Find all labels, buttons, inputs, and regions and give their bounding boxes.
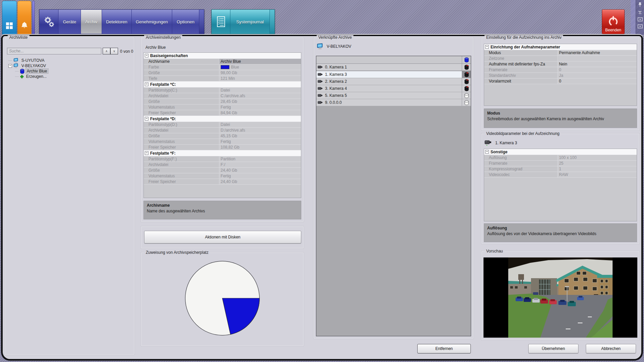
property-group-header[interactable]: Festplatte *C: — [144, 81, 301, 87]
property-row[interactable]: Freier Speicher24,40 Gb — [144, 179, 301, 185]
archive-settings-subtitle: Archiv Blue — [145, 45, 166, 50]
property-row[interactable]: Freier Speicher108,82 Gb — [144, 145, 301, 150]
property-row[interactable]: ArchivdateiF:/ — [144, 162, 301, 168]
property-row[interactable]: Auflösung100 x 100 — [484, 155, 637, 161]
tab-archiv[interactable]: Archiv — [81, 10, 102, 34]
alarm-tile-button[interactable] — [17, 1, 31, 34]
apps-tile-button[interactable] — [2, 1, 17, 34]
monitor-layout2-icon[interactable] — [638, 24, 643, 28]
property-row[interactable]: Freier Speicher84,94 Gb — [144, 110, 301, 116]
settings-gears-button[interactable] — [39, 10, 59, 34]
property-value-text: 0 — [559, 79, 561, 83]
grid-filler — [144, 185, 301, 198]
collapse-icon[interactable] — [485, 150, 489, 154]
camera-archive-state[interactable] — [462, 85, 471, 92]
camera-list: 0. Kamera 11. Kamera 32. Kamera 23. Kame… — [316, 56, 471, 336]
monitor-layout-icon[interactable] — [638, 17, 643, 21]
property-row[interactable]: StandardarchivJa — [484, 73, 637, 78]
property-label: Archivdatei — [144, 162, 219, 167]
camera-archive-state[interactable] — [462, 71, 471, 78]
cancel-button[interactable]: Abbrechen — [586, 344, 636, 353]
camera-preview-image — [508, 257, 613, 338]
property-row[interactable]: Größe45,15 Gb — [144, 133, 301, 139]
camera-archive-state[interactable] — [462, 64, 471, 70]
property-row[interactable]: Zeitzone — [484, 56, 637, 61]
property-row[interactable]: Kompressionsgrad1 — [484, 166, 637, 172]
collapse-panel-icon[interactable] — [638, 10, 642, 14]
property-row[interactable]: Tiefe121 Min — [144, 76, 301, 81]
camera-row[interactable]: 5. Kamera 5 — [316, 92, 471, 99]
camera-list-filler — [316, 106, 471, 336]
property-value: 98,00 Gb — [219, 70, 301, 75]
apply-button[interactable]: Übernehmen — [528, 344, 578, 353]
property-group-header[interactable]: Festplatte *D: — [144, 116, 301, 122]
grid-filler — [484, 84, 637, 106]
tree-item[interactable]: V-BELYAKOV — [7, 63, 133, 68]
property-row[interactable]: ArchivnameArchiv Blue — [144, 59, 301, 64]
collapse-icon[interactable] — [145, 151, 148, 155]
journal-icon-button[interactable] — [212, 10, 230, 34]
property-row[interactable]: Größe28,45 Gb — [144, 99, 301, 105]
property-label: Größe — [144, 133, 219, 139]
collapse-icon[interactable] — [145, 82, 148, 86]
property-row[interactable]: Aufnahme mit definierter fps-ZaNein — [484, 61, 637, 67]
property-row[interactable]: VideocodecRAW — [484, 172, 637, 178]
camera-archive-state[interactable] — [462, 78, 471, 85]
property-group-header[interactable]: Festplatte *F: — [144, 150, 301, 156]
property-label: Zeitzone — [484, 56, 558, 61]
camera-row[interactable]: 2. Kamera 2 — [316, 78, 471, 85]
property-row[interactable]: ArchivdateiC:/archive.afs — [144, 93, 301, 99]
search-next-button[interactable]: ∨ — [110, 48, 118, 54]
tree-expand-icon[interactable] — [8, 64, 12, 68]
property-row[interactable]: Partitionstyp(D:)Datei — [144, 122, 301, 128]
pin-icon[interactable] — [638, 2, 642, 7]
property-row[interactable]: VolumenstatusFertig — [144, 173, 301, 179]
camera-archive-state[interactable] — [462, 99, 471, 106]
property-row[interactable]: Voralarmzeit0 — [484, 78, 637, 84]
camera-row[interactable]: 0. Kamera 1 — [316, 64, 471, 71]
camera-archive-state[interactable] — [462, 92, 471, 99]
camera-row[interactable]: 9. 0.0.0.0 — [316, 99, 471, 106]
archive-list-title: Archivliste — [8, 35, 29, 40]
property-row[interactable]: VolumenstatusFertig — [144, 105, 301, 110]
tab-systemjournal[interactable]: Systemjournal — [230, 10, 270, 34]
property-row[interactable]: VolumenstatusFertig — [144, 139, 301, 145]
property-row[interactable]: Größe24,40 Gb — [144, 168, 301, 173]
collapse-icon[interactable] — [145, 117, 148, 121]
camera-row[interactable]: 3. Kamera 4 — [316, 85, 471, 92]
search-prev-button[interactable]: ∧ — [103, 48, 110, 54]
property-value: 28,45 Gb — [219, 99, 301, 104]
property-row[interactable]: Framerate0 — [484, 67, 637, 73]
collapse-icon[interactable] — [145, 54, 148, 57]
group-title: Festplatte *C: — [150, 82, 176, 87]
property-row[interactable]: Partitionstyp(C:)Datei — [144, 87, 301, 93]
property-group-header[interactable]: Einrichtung der Aufnahmeparameter — [484, 44, 637, 50]
camera-row[interactable]: 1. Kamera 3 — [316, 71, 471, 78]
collapse-icon[interactable] — [485, 45, 489, 49]
property-row[interactable]: Framerate25 — [484, 161, 637, 166]
tree-item[interactable]: Archiv Blue — [7, 68, 133, 74]
tree-connector — [8, 60, 12, 61]
journal-icon — [216, 16, 226, 27]
property-row[interactable]: ModusPermanente Aufnahme — [484, 50, 637, 56]
property-row[interactable]: Partitionstyp(F:)Partition — [144, 156, 301, 162]
camera-row-main: 2. Kamera 2 — [316, 78, 462, 85]
disk-actions-button[interactable]: Aktionen mit Disken — [144, 231, 301, 243]
property-value: Datei — [219, 122, 301, 127]
property-label: Framerate — [484, 67, 558, 72]
exit-button[interactable]: Beenden — [602, 9, 625, 34]
property-group-header[interactable]: Basiseigenschaften — [144, 53, 301, 59]
property-group-header[interactable]: Sonstige — [484, 149, 637, 155]
search-input[interactable] — [7, 48, 101, 54]
property-row[interactable]: FarbeBlue — [144, 64, 301, 70]
property-row[interactable]: Größe98,00 Gb — [144, 70, 301, 76]
property-row[interactable]: ArchivdateiD:/archive.afs — [144, 128, 301, 133]
tree-item[interactable]: S-UYUTOVA — [7, 58, 133, 63]
tab-detektoren[interactable]: Detektoren — [102, 10, 132, 34]
video-params-panel: Videobildparameter bei der Aufzeichnung … — [481, 134, 639, 244]
tree-item[interactable]: Erzeugen... — [7, 74, 133, 79]
tab-optionen[interactable]: Optionen — [172, 10, 199, 34]
tab-geraete[interactable]: Geräte — [59, 10, 81, 34]
tab-genehmigungen[interactable]: Genehmigungen — [132, 10, 172, 34]
remove-button[interactable]: Entfernen — [417, 344, 471, 353]
